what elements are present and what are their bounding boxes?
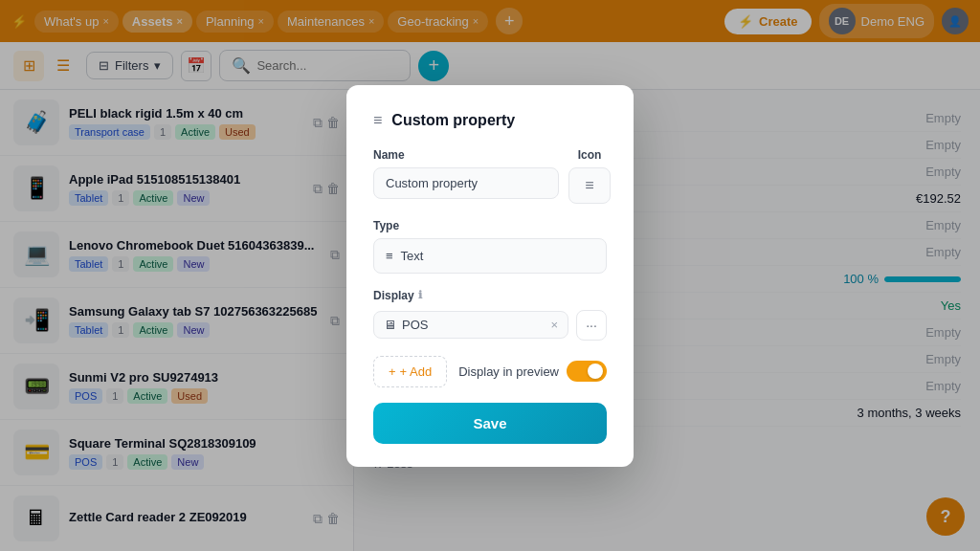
display-tag: 🖥 POS [384, 318, 428, 332]
toggle-thumb [588, 364, 603, 379]
toggle-track [567, 361, 607, 382]
display-more-button[interactable]: ··· [576, 310, 607, 341]
name-label: Name [373, 148, 559, 162]
custom-property-modal: ≡ Custom property Name Icon ≡ Type ≡ Tex… [346, 85, 634, 467]
icon-picker-button[interactable]: ≡ [568, 167, 611, 204]
info-icon: ℹ [418, 289, 422, 301]
display-preview-toggle[interactable] [567, 361, 607, 382]
add-preview-row: + + Add Display in preview [373, 356, 607, 387]
icon-label: Icon [578, 148, 602, 162]
modal-header-icon: ≡ [373, 112, 382, 129]
name-group: Name [373, 148, 559, 204]
plus-icon: + [389, 364, 396, 379]
display-section: Display ℹ 🖥 POS × ··· [373, 289, 607, 341]
save-button[interactable]: Save [373, 403, 607, 444]
type-label: Type [373, 219, 607, 232]
display-preview-label: Display in preview [458, 364, 559, 379]
name-input[interactable] [373, 167, 559, 199]
modal-header: ≡ Custom property [373, 112, 607, 129]
display-tag-label: POS [402, 318, 428, 332]
type-icon: ≡ [386, 249, 393, 263]
display-tag-input[interactable]: 🖥 POS × [373, 311, 568, 339]
display-tag-icon: 🖥 [384, 318, 396, 332]
type-section: Type ≡ Text [373, 219, 607, 274]
display-tag-close[interactable]: × [550, 318, 558, 332]
modal-title: Custom property [391, 112, 515, 129]
type-value: Text [401, 249, 424, 263]
type-selector[interactable]: ≡ Text [373, 238, 607, 274]
display-label: Display ℹ [373, 289, 607, 302]
modal-overlay[interactable]: ≡ Custom property Name Icon ≡ Type ≡ Tex… [0, 0, 980, 551]
add-display-button[interactable]: + + Add [373, 356, 447, 387]
name-icon-row: Name Icon ≡ [373, 148, 607, 204]
